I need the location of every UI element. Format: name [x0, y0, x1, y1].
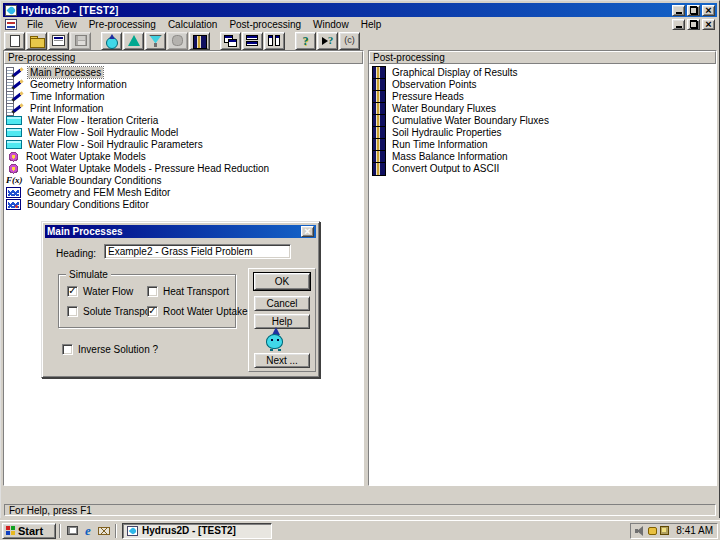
pre-processing-header: Pre-processing: [4, 51, 363, 64]
titlebar[interactable]: Hydrus2D - [TEST2] ×: [3, 3, 717, 17]
hydrus-task-button[interactable]: Hydrus2D - [TEST2]: [122, 523, 272, 539]
help-button[interactable]: Help: [254, 314, 310, 329]
list-item[interactable]: Mass Balance Information: [369, 150, 716, 162]
list-item[interactable]: Boundary Conditions Editor: [4, 198, 363, 210]
display-settings-icon[interactable]: [648, 527, 657, 535]
menu-item-calculation[interactable]: Calculation: [162, 18, 223, 31]
results-book-icon: [371, 102, 386, 114]
context-help-button[interactable]: ?: [317, 32, 338, 50]
checkbox-box[interactable]: [67, 286, 78, 297]
list-item[interactable]: Water Boundary Fluxes: [369, 102, 716, 114]
results-button[interactable]: [189, 32, 210, 50]
system-tray: 8:41 AM: [630, 523, 718, 539]
child-close-button[interactable]: ×: [702, 19, 715, 30]
list-item[interactable]: Pressure Heads: [369, 90, 716, 102]
list-item[interactable]: Time Information: [4, 90, 363, 102]
run-calculation-button: [167, 32, 188, 50]
list-item[interactable]: Root Water Uptake Models - Pressure Head…: [4, 162, 363, 174]
start-button[interactable]: Start: [2, 523, 56, 539]
inverse-solution-checkbox[interactable]: Inverse Solution ?: [62, 344, 158, 355]
list-item[interactable]: F(x)Variable Boundary Conditions: [4, 174, 363, 186]
cancel-button[interactable]: Cancel: [254, 296, 310, 311]
child-window-controls: ×: [672, 19, 715, 30]
list-item[interactable]: Observation Points: [369, 78, 716, 90]
pencil-icon: [6, 91, 24, 102]
about-button[interactable]: (c): [339, 32, 360, 50]
tile-horizontal-button[interactable]: [242, 32, 263, 50]
menu-item-window[interactable]: Window: [307, 18, 355, 31]
tile-vertical-button[interactable]: [264, 32, 285, 50]
hydrus-app-icon[interactable]: [5, 5, 17, 16]
project-information-button[interactable]: [48, 32, 69, 50]
minimize-icon: [676, 12, 682, 14]
scheduler-icon[interactable]: [660, 526, 669, 535]
list-item[interactable]: Print Information: [4, 102, 363, 114]
results-book-icon: [371, 138, 386, 150]
list-item[interactable]: Geometry Information: [4, 78, 363, 90]
root-water-uptake-checkbox[interactable]: Root Water Uptake: [147, 306, 248, 317]
outlook-button[interactable]: [96, 523, 112, 539]
help-button[interactable]: ?: [295, 32, 316, 50]
main-processes-button[interactable]: [101, 32, 122, 50]
list-item[interactable]: Run Time Information: [369, 138, 716, 150]
heat-transport-checkbox[interactable]: Heat Transport: [147, 286, 229, 297]
dialog-titlebar[interactable]: Main Processes ×: [45, 225, 316, 238]
close-button[interactable]: ×: [702, 5, 715, 16]
menu-item-help[interactable]: Help: [355, 18, 388, 31]
list-item[interactable]: Main Processes: [4, 66, 363, 78]
menu-item-post-processing[interactable]: Post-processing: [223, 18, 307, 31]
list-item[interactable]: Soil Hydraulic Properties: [369, 126, 716, 138]
new-project-button[interactable]: [4, 32, 25, 50]
list-item[interactable]: Geometry and FEM Mesh Editor: [4, 186, 363, 198]
list-item[interactable]: Graphical Display of Results: [369, 66, 716, 78]
context-help-icon: ?: [322, 35, 334, 46]
menu-item-file[interactable]: File: [21, 18, 49, 31]
internet-explorer-button[interactable]: e: [80, 523, 96, 539]
menu-item-pre-processing[interactable]: Pre-processing: [83, 18, 162, 31]
desktop: Hydrus2D - [TEST2] × File View Pre-proce…: [0, 0, 720, 540]
list-item[interactable]: Water Flow - Iteration Criteria: [4, 114, 363, 126]
save-icon: [75, 35, 87, 46]
menubar: File View Pre-processing Calculation Pos…: [3, 17, 717, 31]
show-desktop-button[interactable]: [64, 523, 80, 539]
close-icon: ×: [705, 6, 711, 15]
checkbox-box[interactable]: [67, 306, 78, 317]
hydrus-app-icon: [127, 526, 138, 536]
pencil-icon: [6, 79, 24, 90]
taskbar-separator: [115, 524, 117, 538]
statusbar: For Help, press F1: [3, 503, 717, 517]
minimize-button[interactable]: [672, 5, 685, 16]
boundary-conditions-button[interactable]: [145, 32, 166, 50]
checkbox-box[interactable]: [147, 286, 158, 297]
dialog-close-button[interactable]: ×: [301, 226, 314, 237]
volume-icon[interactable]: [635, 526, 645, 536]
taskbar-clock: 8:41 AM: [672, 525, 713, 536]
heading-input[interactable]: [104, 244, 291, 259]
drop-mascot-icon: [263, 330, 287, 352]
mesh-editor-icon: [6, 187, 21, 198]
list-item[interactable]: Water Flow - Soil Hydraulic Model: [4, 126, 363, 138]
list-item[interactable]: Root Water Uptake Models: [4, 150, 363, 162]
checkbox-label: Heat Transport: [163, 286, 229, 297]
menu-item-view[interactable]: View: [49, 18, 83, 31]
status-message-pane: For Help, press F1: [4, 504, 716, 516]
child-restore-button[interactable]: [687, 19, 700, 30]
solute-transport-checkbox[interactable]: Solute Transport: [67, 306, 156, 317]
checkbox-box[interactable]: [147, 306, 158, 317]
close-icon: ×: [304, 227, 310, 236]
checkbox-box[interactable]: [62, 344, 73, 355]
open-project-button[interactable]: [26, 32, 47, 50]
geometry-button[interactable]: [123, 32, 144, 50]
about-icon: (c): [344, 36, 355, 45]
list-item[interactable]: Water Flow - Soil Hydraulic Parameters: [4, 138, 363, 150]
child-document-icon[interactable]: [5, 19, 17, 30]
restore-button[interactable]: [687, 5, 700, 16]
water-flow-checkbox[interactable]: Water Flow: [67, 286, 133, 297]
ok-button[interactable]: OK: [254, 273, 310, 290]
list-item[interactable]: Convert Output to ASCII: [369, 162, 716, 174]
next-button[interactable]: Next ...: [254, 353, 310, 368]
list-item[interactable]: Cumulative Water Boundary Fluxes: [369, 114, 716, 126]
cascade-windows-button[interactable]: [220, 32, 241, 50]
restore-icon: [690, 7, 698, 14]
child-minimize-button[interactable]: [672, 19, 685, 30]
